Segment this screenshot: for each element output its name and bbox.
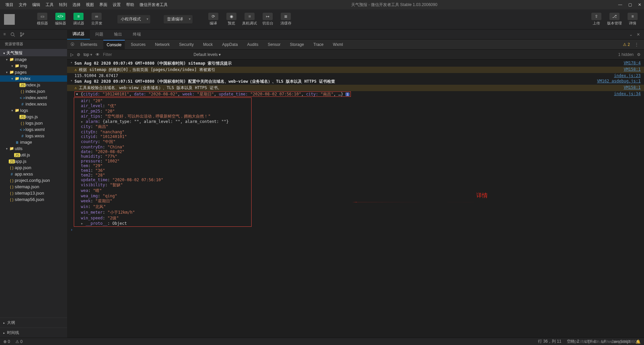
filter-input[interactable]: [103, 52, 190, 57]
tree-node[interactable]: < >logs.wxml: [0, 126, 67, 133]
mode-select[interactable]: 小程序模式▾: [117, 15, 150, 23]
branch-icon[interactable]: [20, 32, 24, 37]
devtools-tab[interactable]: Elements: [77, 40, 101, 49]
realdebug-button[interactable]: ⌗真机调试: [242, 13, 257, 26]
status-errors[interactable]: ⊗ 0: [3, 339, 10, 344]
panel-tab[interactable]: 问题: [90, 29, 109, 39]
source-link[interactable]: index.js:34: [614, 91, 641, 96]
version-button[interactable]: ⎇版本管理: [607, 13, 622, 26]
inspect-icon[interactable]: ⦿: [70, 42, 74, 47]
maximize-icon[interactable]: ▢: [628, 2, 632, 7]
collapse-icon[interactable]: ⇤: [75, 32, 79, 37]
compile-select[interactable]: 普通编译▾: [164, 15, 193, 23]
editor-button[interactable]: </>编辑器: [53, 13, 68, 26]
tree-node[interactable]: < >index.wxml: [0, 94, 67, 101]
levels-select[interactable]: Default levels ▾: [194, 52, 221, 57]
close-icon[interactable]: ✕: [638, 2, 641, 7]
panel-chevron-icon[interactable]: ⌄: [629, 32, 633, 37]
source-link[interactable]: VM158:1: [624, 85, 641, 90]
upload-button[interactable]: ⇧上传: [589, 13, 604, 26]
devtools-tab[interactable]: Console: [103, 40, 125, 49]
context-select[interactable]: top ▾: [84, 52, 92, 57]
menu-item[interactable]: 项目: [3, 2, 16, 8]
source-link[interactable]: VM162 asdebug.js:1: [597, 79, 641, 83]
tree-node[interactable]: ▾📁utils: [0, 145, 67, 152]
menu-item[interactable]: 选择: [70, 2, 83, 8]
menu-item[interactable]: 帮助: [123, 2, 137, 8]
status-bar: ⊗ 0 ⚠ 0 行 36，列 11 空格: 2 UTF-8 LF JavaScr…: [0, 338, 644, 345]
menu-item[interactable]: 微信开发者工具: [137, 2, 170, 8]
tree-node[interactable]: #index.wxss: [0, 101, 67, 107]
play-icon[interactable]: ▷: [70, 52, 73, 57]
menu-item[interactable]: 界面: [97, 2, 110, 8]
menu-item[interactable]: 转到: [56, 2, 70, 8]
detail-button[interactable]: ≡详情: [625, 13, 640, 26]
console-line: 115.91004 28.67417index.js:23: [67, 73, 644, 78]
devtools-tab[interactable]: Sources: [127, 40, 149, 49]
source-link[interactable]: VM158:1: [624, 67, 641, 72]
sidebar-panel[interactable]: ▸时间线: [0, 328, 67, 338]
panel-tab[interactable]: 输出: [109, 29, 127, 39]
gear-icon[interactable]: ⚙: [637, 52, 641, 57]
clearcache-button[interactable]: ≣清缓存: [278, 13, 293, 26]
devtools-tab[interactable]: Network: [152, 40, 173, 49]
devtools-tab[interactable]: Sensor: [264, 40, 284, 49]
status-linecol[interactable]: 行 36，列 11: [538, 339, 561, 344]
search-icon[interactable]: [10, 32, 15, 37]
tree-node[interactable]: { }sitemap56.json: [0, 196, 67, 203]
tree-node[interactable]: ▾📁index: [0, 75, 67, 82]
devtools-tab[interactable]: AppData: [219, 40, 241, 49]
background-button[interactable]: ↦切后台: [260, 13, 275, 26]
tree-node[interactable]: ▾📁image: [0, 56, 67, 63]
devtools-tab[interactable]: Trace: [310, 40, 327, 49]
preview-button[interactable]: ◉预览: [224, 13, 239, 26]
tree-node[interactable]: JSapp.js: [0, 158, 67, 164]
tree-node[interactable]: #logs.wxss: [0, 133, 67, 139]
cloud-button[interactable]: ∞云开发: [89, 13, 104, 26]
tree-node[interactable]: { }project.config.json: [0, 177, 67, 184]
eye-icon[interactable]: 👁: [96, 52, 100, 57]
sidebar-panel[interactable]: ▸大纲: [0, 318, 67, 328]
devtools-tab[interactable]: Security: [176, 40, 197, 49]
tree-node[interactable]: ▾📁img: [0, 63, 67, 69]
console-prompt[interactable]: ›: [67, 227, 644, 233]
tree-node[interactable]: { }index.json: [0, 88, 67, 94]
console-line: ▾Sun Aug 02 2020 09:07:51 GMT+0800 (中国标准…: [67, 78, 644, 85]
menu-item[interactable]: 编辑: [30, 2, 43, 8]
compile-button[interactable]: ⟳编译: [206, 13, 221, 26]
devtools-tab[interactable]: Mock: [200, 40, 216, 49]
tree-node[interactable]: ▾📁logs: [0, 107, 67, 114]
tree-node[interactable]: JSlogs.js: [0, 114, 67, 120]
devtools-tab[interactable]: Storage: [286, 40, 307, 49]
tree-node[interactable]: { }sitemap.json: [0, 184, 67, 190]
menu-icon[interactable]: ≡: [3, 32, 6, 37]
window-title: 天气预报 - 微信开发者工具 Stable 1.03.2006090: [170, 2, 618, 8]
tree-node[interactable]: #app.wxss: [0, 171, 67, 177]
panel-close-icon[interactable]: ✕: [637, 32, 640, 37]
tree-node[interactable]: { }logs.json: [0, 120, 67, 126]
tree-node[interactable]: JSindex.js: [0, 82, 67, 88]
source-link[interactable]: VM178:4: [624, 61, 641, 65]
avatar[interactable]: [4, 14, 15, 25]
panel-tab[interactable]: 终端: [127, 29, 146, 39]
kebab-icon[interactable]: ⋮: [633, 42, 641, 47]
menu-item[interactable]: 工具: [43, 2, 56, 8]
tree-node[interactable]: { }sitemap13.json: [0, 190, 67, 196]
minimize-icon[interactable]: —: [618, 2, 622, 7]
debugger-button[interactable]: ≡调试器: [71, 13, 86, 26]
console-line: ▾Sun Aug 02 2020 09:07:49 GMT+0800 (中国标准…: [67, 60, 644, 67]
menu-item[interactable]: 文件: [16, 2, 30, 8]
tree-node[interactable]: 🗎image: [0, 139, 67, 145]
devtools-tab[interactable]: Wxml: [330, 40, 346, 49]
tree-node[interactable]: { }app.json: [0, 164, 67, 171]
tree-node[interactable]: JSutil.js: [0, 152, 67, 158]
devtools-tab[interactable]: Audits: [244, 40, 262, 49]
status-warnings[interactable]: ⚠ 0: [15, 339, 22, 344]
tree-node[interactable]: ▾📁pages: [0, 69, 67, 75]
clear-icon[interactable]: ⊘: [77, 52, 80, 57]
menu-item[interactable]: 设置: [110, 2, 123, 8]
svg-point-4: [23, 33, 24, 34]
simulator-button[interactable]: ▭模拟器: [35, 13, 50, 26]
source-link[interactable]: index.js:23: [614, 73, 641, 78]
menu-item[interactable]: 视图: [83, 2, 97, 8]
